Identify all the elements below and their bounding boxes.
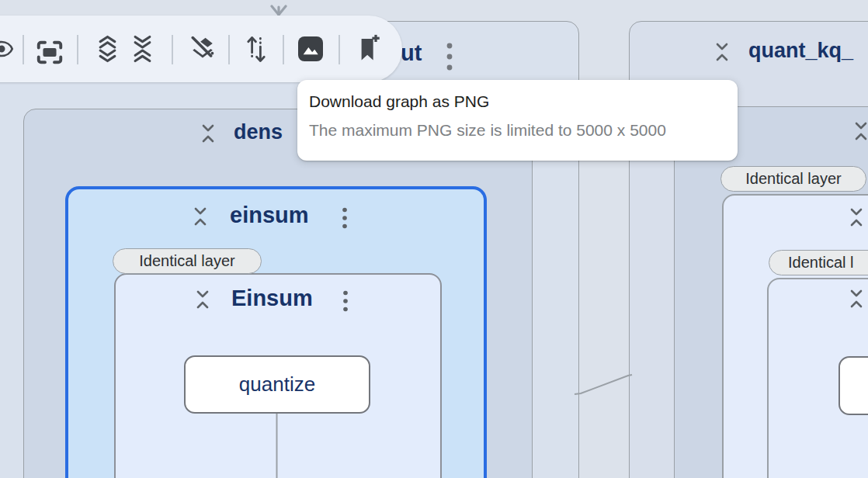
visibility-icon[interactable] [0, 37, 13, 61]
collapse-layer-icon[interactable] [849, 288, 863, 310]
collapse-layer-icon[interactable] [201, 123, 215, 144]
graph-canvas[interactable]: dens einsum Einsum Identical layer quant… [0, 0, 868, 478]
op-node-quantize[interactable]: quantize [184, 355, 370, 414]
trace-inputs-outputs-icon[interactable] [245, 35, 267, 64]
layer-group-quant-kq-label: quant_kq_ [748, 39, 853, 63]
graph-toolbar [0, 16, 402, 82]
toolbar-divider [172, 35, 173, 64]
tooltip-subtitle: The maximum PNG size is limited to 5000 … [309, 121, 725, 140]
more-vert-icon[interactable] [342, 290, 349, 312]
op-node-right[interactable] [838, 356, 868, 415]
tooltip-title: Download graph as PNG [309, 92, 725, 111]
layer-group-inner-einsum-label: Einsum [231, 286, 313, 311]
toolbar-divider [228, 35, 230, 64]
identical-layer-badge: Identical layer [113, 248, 262, 274]
identical-layer-badge-label: Identical layer [745, 170, 841, 188]
identical-layer-badge-label: Identical layer [139, 252, 234, 270]
toolbar-divider [23, 35, 24, 64]
collapse-layer-icon[interactable] [849, 206, 863, 228]
expand-all-layers-icon[interactable] [97, 35, 118, 63]
op-node-quantize-label: quantize [239, 372, 315, 397]
layer-group-einsum-label: einsum [230, 203, 309, 228]
toolbar-divider [339, 35, 340, 64]
collapse-layer-icon[interactable] [196, 289, 210, 310]
identical-layer-badge: Identical layer [720, 166, 866, 192]
flatten-layers-icon[interactable] [189, 34, 216, 62]
identical-layer-badge-label: Identical l [788, 254, 854, 272]
more-vert-icon[interactable] [342, 207, 348, 229]
download-png-icon[interactable] [298, 36, 323, 61]
collapse-layer-icon[interactable] [854, 120, 868, 142]
download-png-tooltip: Download graph as PNG The maximum PNG si… [297, 80, 738, 161]
zoom-to-fit-icon[interactable] [36, 40, 64, 65]
identical-layer-badge: Identical l [769, 250, 868, 275]
collapse-layer-icon[interactable] [193, 206, 207, 227]
toolbar-divider [77, 35, 78, 64]
collapse-all-layers-icon[interactable] [132, 35, 153, 63]
add-bookmark-icon[interactable] [357, 34, 380, 64]
layer-group-outer-label: ut [401, 40, 422, 66]
toolbar-divider [283, 35, 284, 64]
collapse-layer-icon[interactable] [715, 41, 729, 63]
more-vert-icon[interactable] [446, 42, 453, 71]
layer-group-dens-label: dens [234, 120, 283, 144]
